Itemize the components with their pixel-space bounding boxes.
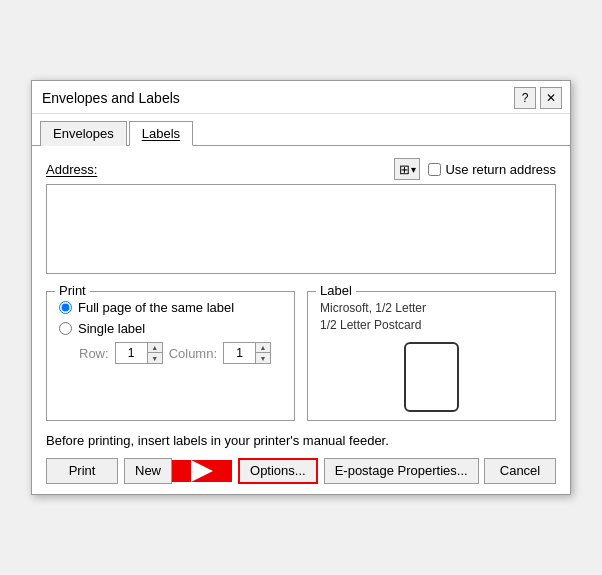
help-button[interactable]: ? (514, 87, 536, 109)
col-spinner[interactable]: ▲ ▼ (223, 342, 271, 364)
use-return-address-label[interactable]: Use return address (428, 162, 556, 177)
row-arrows: ▲ ▼ (147, 342, 163, 364)
label-preview-text: Microsoft, 1/2 Letter 1/2 Letter Postcar… (320, 300, 543, 334)
col-arrows: ▲ ▼ (255, 342, 271, 364)
new-button-group: New (124, 458, 232, 484)
print-legend: Print (55, 283, 90, 298)
label-group: Label Microsoft, 1/2 Letter 1/2 Letter P… (307, 291, 556, 421)
row-down-arrow[interactable]: ▼ (148, 353, 162, 363)
options-button[interactable]: Options... (238, 458, 318, 484)
print-group: Print Full page of the same label Single… (46, 291, 295, 421)
dialog-body: Address: ⊞ ▾ Use return address Print (32, 146, 570, 494)
full-page-radio[interactable] (59, 301, 72, 314)
col-up-arrow[interactable]: ▲ (256, 343, 270, 353)
address-input[interactable] (46, 184, 556, 274)
epostage-button[interactable]: E-postage Properties... (324, 458, 479, 484)
print-button[interactable]: Print (46, 458, 118, 484)
row-col-row: Row: ▲ ▼ Column: ▲ ▼ (79, 342, 282, 364)
dialog-title: Envelopes and Labels (42, 90, 180, 106)
right-buttons: Cancel (484, 458, 556, 484)
left-buttons: Print New Options... E-postage Propertie… (46, 458, 479, 484)
address-box-container (46, 184, 556, 277)
notice-text: Before printing, insert labels in your p… (46, 433, 556, 448)
full-page-option[interactable]: Full page of the same label (59, 300, 282, 315)
use-return-address-checkbox[interactable] (428, 163, 441, 176)
new-button[interactable]: New (124, 458, 172, 484)
col-input[interactable] (223, 342, 255, 364)
tabs-row: Envelopes Labels (32, 114, 570, 146)
arrow-indicator (172, 460, 232, 482)
row-input[interactable] (115, 342, 147, 364)
right-arrow-icon (191, 460, 213, 482)
envelopes-labels-dialog: Envelopes and Labels ? ✕ Envelopes Label… (31, 80, 571, 495)
cancel-button[interactable]: Cancel (484, 458, 556, 484)
label-preview: Microsoft, 1/2 Letter 1/2 Letter Postcar… (320, 300, 543, 412)
col-down-arrow[interactable]: ▼ (256, 353, 270, 363)
address-row: Address: ⊞ ▾ Use return address (46, 158, 556, 180)
single-label-option[interactable]: Single label (59, 321, 282, 336)
all-buttons: Print New Options... E-postage Propertie… (46, 458, 556, 484)
address-label: Address: (46, 162, 97, 177)
close-button[interactable]: ✕ (540, 87, 562, 109)
row-up-arrow[interactable]: ▲ (148, 343, 162, 353)
row-spinner[interactable]: ▲ ▼ (115, 342, 163, 364)
address-controls: ⊞ ▾ Use return address (394, 158, 556, 180)
lower-section: Print Full page of the same label Single… (46, 291, 556, 421)
label-legend: Label (316, 283, 356, 298)
single-label-radio[interactable] (59, 322, 72, 335)
label-card-preview (404, 342, 459, 412)
address-book-button[interactable]: ⊞ ▾ (394, 158, 420, 180)
tab-envelopes[interactable]: Envelopes (40, 121, 127, 146)
title-bar-controls: ? ✕ (514, 87, 562, 109)
tab-labels[interactable]: Labels (129, 121, 193, 146)
title-bar: Envelopes and Labels ? ✕ (32, 81, 570, 114)
